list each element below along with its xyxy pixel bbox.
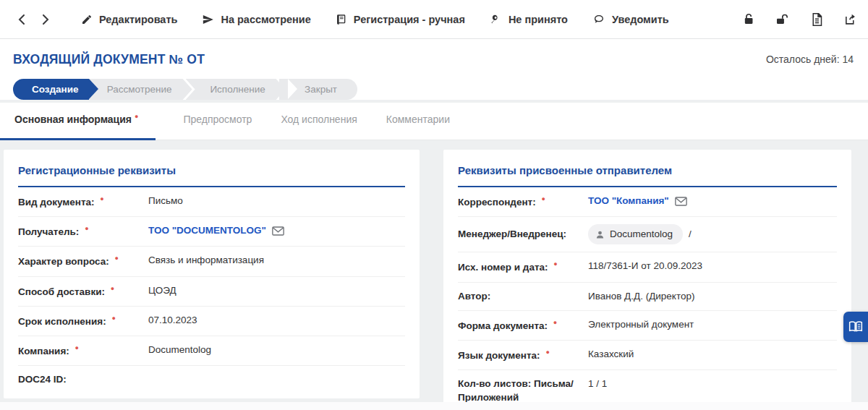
- required-dot: ●: [85, 225, 88, 232]
- nav-back-button[interactable]: [10, 9, 32, 30]
- field-row-doc-type: Вид документа: ● Письмо: [18, 187, 405, 217]
- toolbar: Редактировать На рассмотрение Регистраци…: [0, 0, 868, 39]
- tab-preview[interactable]: Предпросмотр: [169, 114, 266, 140]
- required-dot: ●: [114, 255, 118, 262]
- sender-details-panel: Реквизиты присвоенные отправителем Корре…: [443, 150, 851, 410]
- field-row-recipient: Получатель: ● ТОО "DOCUMENTOLOG": [18, 217, 405, 247]
- lock-icon: [744, 13, 754, 25]
- glossary-fab-button[interactable]: [843, 312, 868, 342]
- stage-creation[interactable]: Создание: [13, 79, 89, 100]
- field-value: Письмо: [148, 195, 183, 208]
- field-row-doc-language: Язык документа: ● Казахский: [458, 341, 837, 370]
- notify-label: Уведомить: [612, 14, 669, 25]
- field-row-delivery-method: Способ доставки: ● ЦОЭД: [18, 277, 405, 307]
- field-label: Компания:: [18, 346, 69, 356]
- field-label: Способ доставки:: [18, 286, 105, 297]
- field-label: Автор:: [458, 291, 490, 302]
- open-book-icon: [848, 321, 863, 333]
- tab-progress[interactable]: Ход исполнения: [266, 114, 371, 140]
- not-accepted-button[interactable]: Не принято: [490, 13, 568, 25]
- tab-comments[interactable]: Комментарии: [372, 114, 464, 140]
- unlock-button[interactable]: [775, 12, 791, 27]
- right-panel-title: Реквизиты присвоенные отправителем: [458, 164, 837, 176]
- required-dot: ●: [545, 349, 549, 356]
- field-value: 1 / 1: [588, 377, 607, 390]
- field-row-author: Автор: Иванов Д.Д. (Директор): [458, 283, 837, 311]
- edit-button[interactable]: Редактировать: [81, 14, 177, 25]
- workflow-stagebar: Создание Рассмотрение Исполнение Закрыт: [13, 79, 855, 100]
- field-label: Вид документа:: [18, 197, 95, 208]
- document-button[interactable]: [810, 12, 824, 27]
- notify-button[interactable]: Уведомить: [592, 14, 669, 25]
- field-row-due-date: Срок исполнения: ● 07.10.2023: [18, 307, 405, 336]
- field-label: Менеджер/Внедренец:: [458, 229, 566, 239]
- send-for-review-button[interactable]: На рассмотрение: [202, 14, 310, 25]
- toolbar-right-icons: [742, 12, 858, 27]
- left-panel-title: Регистрационные реквизиты: [18, 164, 405, 176]
- tab-main-info-label: Основная информация: [14, 114, 132, 125]
- field-row-question-type: Характер вопроса: ● Связь и информатизац…: [18, 247, 405, 276]
- unlock-icon: [776, 13, 790, 25]
- field-label: Кол-во листов: Письма/Приложений: [458, 378, 574, 402]
- field-row-manager: Менеджер/Внедренец: Documentolog /: [458, 217, 837, 252]
- field-value: Documentolog: [148, 343, 211, 356]
- field-row-company: Компания: ● Documentolog: [18, 336, 405, 366]
- stage-execution-label: Исполнение: [210, 84, 265, 95]
- field-label: Язык документа:: [458, 350, 540, 361]
- required-dot: ●: [553, 319, 557, 326]
- envelope-icon[interactable]: [675, 197, 687, 206]
- share-icon: [844, 13, 856, 25]
- field-value: 07.10.2023: [148, 314, 197, 327]
- required-dot: ●: [111, 285, 114, 292]
- manager-chip-label: Documentolog: [610, 228, 673, 241]
- stage-execution[interactable]: Исполнение: [186, 79, 286, 100]
- page-header: ВХОДЯЩИЙ ДОКУМЕНТ № ОТ Осталось дней: 14…: [0, 39, 868, 100]
- recipient-link[interactable]: ТОО "DOCUMENTOLOG": [148, 224, 266, 237]
- required-dot: ●: [100, 195, 103, 202]
- field-row-outgoing-number: Исх. номер и дата: ● 118/7361-И от 20.09…: [458, 252, 837, 282]
- chevron-right-icon: [43, 14, 49, 25]
- manual-registration-label: Регистрация - ручная: [354, 14, 465, 25]
- field-value: Электронный документ: [588, 318, 694, 331]
- field-label: Получатель:: [18, 226, 79, 237]
- field-label: Исх. номер и дата:: [458, 262, 548, 273]
- tab-comments-label: Комментарии: [386, 114, 450, 125]
- person-icon: [595, 230, 605, 239]
- chevron-left-icon: [18, 14, 25, 25]
- manual-registration-button[interactable]: Регистрация - ручная: [336, 14, 465, 25]
- manager-chip[interactable]: Documentolog: [588, 224, 683, 244]
- field-row-doc24-id: DOC24 ID:: [18, 366, 405, 393]
- page-title: ВХОДЯЩИЙ ДОКУМЕНТ № ОТ: [13, 52, 205, 67]
- lock-button[interactable]: [742, 12, 756, 27]
- stage-review[interactable]: Рассмотрение: [82, 79, 192, 100]
- key-icon: [490, 13, 502, 25]
- not-accepted-label: Не принято: [509, 14, 568, 25]
- paper-plane-icon: [202, 14, 214, 25]
- stage-creation-label: Создание: [32, 84, 79, 95]
- required-dot: ●: [75, 344, 79, 351]
- correspondent-link[interactable]: ТОО "Компания": [588, 195, 669, 208]
- tab-progress-label: Ход исполнения: [281, 114, 357, 125]
- stage-closed[interactable]: Закрыт: [279, 79, 357, 100]
- field-value: 118/7361-И от 20.09.2023: [588, 260, 702, 273]
- envelope-icon[interactable]: [272, 226, 284, 236]
- required-dot: ●: [553, 260, 557, 268]
- tab-preview-label: Предпросмотр: [183, 114, 252, 125]
- speech-bubble-icon: [592, 14, 605, 25]
- stage-closed-label: Закрыт: [305, 84, 337, 95]
- share-button[interactable]: [843, 12, 858, 27]
- tab-main-info[interactable]: Основная информация●: [0, 113, 156, 140]
- field-value: Иванов Д.Д. (Директор): [588, 290, 694, 303]
- nav-forward-button[interactable]: [35, 9, 56, 30]
- field-value: Казахский: [588, 348, 634, 361]
- required-dot: ●: [541, 195, 545, 202]
- required-dot: ●: [135, 113, 138, 120]
- field-value: Связь и информатизация: [148, 254, 264, 267]
- days-left-counter: Осталось дней: 14: [766, 52, 855, 65]
- field-label: Корреспондент:: [458, 197, 536, 208]
- field-value: ЦОЭД: [148, 284, 176, 297]
- field-row-doc-form: Форма документа: ● Электронный документ: [458, 311, 837, 341]
- field-label: Характер вопроса:: [18, 256, 109, 267]
- manager-suffix: /: [689, 228, 692, 241]
- tab-bar: Основная информация● Предпросмотр Ход ис…: [0, 103, 868, 140]
